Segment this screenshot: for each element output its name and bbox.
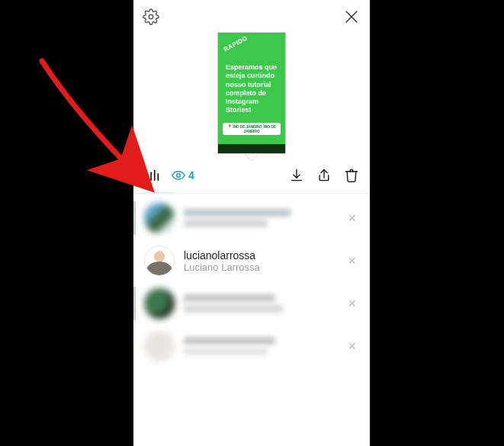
thumbnail-caret-icon — [133, 153, 370, 161]
viewer-row[interactable]: × — [133, 325, 370, 367]
avatar — [144, 203, 175, 233]
story-body-text: Esperamos que esteja curtindo nosso tuto… — [226, 63, 278, 115]
story-location-pill: 📍 RIO DE JANEIRO, RIO DE JANEIRO — [223, 123, 281, 135]
share-icon[interactable] — [316, 168, 332, 183]
story-sticker: RAPIDO — [223, 35, 249, 53]
download-icon[interactable] — [289, 168, 304, 183]
remove-viewer-icon[interactable]: × — [345, 336, 359, 356]
close-icon[interactable] — [342, 8, 361, 26]
viewer-subtitle: Luciano Larrossa — [184, 262, 345, 273]
avatar — [144, 331, 175, 361]
remove-viewer-icon[interactable]: × — [345, 294, 359, 313]
remove-viewer-icon[interactable]: × — [345, 251, 359, 271]
svg-point-0 — [149, 14, 153, 19]
story-viewers-panel: RAPIDO Esperamos que esteja curtindo nos… — [133, 0, 370, 446]
delete-icon[interactable] — [344, 168, 359, 183]
settings-icon[interactable] — [143, 8, 159, 25]
viewer-row[interactable]: × — [133, 282, 370, 325]
viewer-meta: lucianolarrossa Luciano Larrossa — [184, 249, 345, 273]
username-masked — [184, 209, 291, 217]
viewer-meta — [184, 293, 345, 314]
username-masked — [184, 294, 275, 302]
insights-icon[interactable] — [144, 167, 161, 184]
panel-topbar — [133, 0, 370, 29]
story-toolbar: 4 — [133, 161, 370, 194]
views-count: 4 — [188, 169, 194, 181]
svg-point-8 — [177, 174, 181, 178]
avatar — [144, 288, 175, 319]
story-preview: RAPIDO Esperamos que esteja curtindo nos… — [133, 29, 370, 154]
subtitle-masked — [184, 305, 283, 313]
username-masked — [184, 337, 275, 345]
viewer-meta — [184, 207, 345, 229]
remove-viewer-icon[interactable]: × — [345, 208, 359, 228]
avatar — [144, 245, 175, 276]
device-navbar — [218, 144, 285, 153]
active-tab-underline — [143, 192, 173, 194]
viewer-row[interactable]: lucianolarrossa Luciano Larrossa × — [133, 239, 370, 282]
subtitle-masked — [184, 348, 268, 355]
story-thumbnail[interactable]: RAPIDO Esperamos que esteja curtindo nos… — [217, 32, 286, 154]
svg-marker-3 — [244, 153, 259, 161]
viewer-username: lucianolarrossa — [184, 249, 345, 262]
viewer-row[interactable]: × — [133, 197, 370, 239]
viewer-meta — [184, 335, 345, 357]
eye-icon — [172, 168, 185, 182]
subtitle-masked — [184, 220, 268, 227]
views-tab[interactable]: 4 — [172, 168, 194, 182]
